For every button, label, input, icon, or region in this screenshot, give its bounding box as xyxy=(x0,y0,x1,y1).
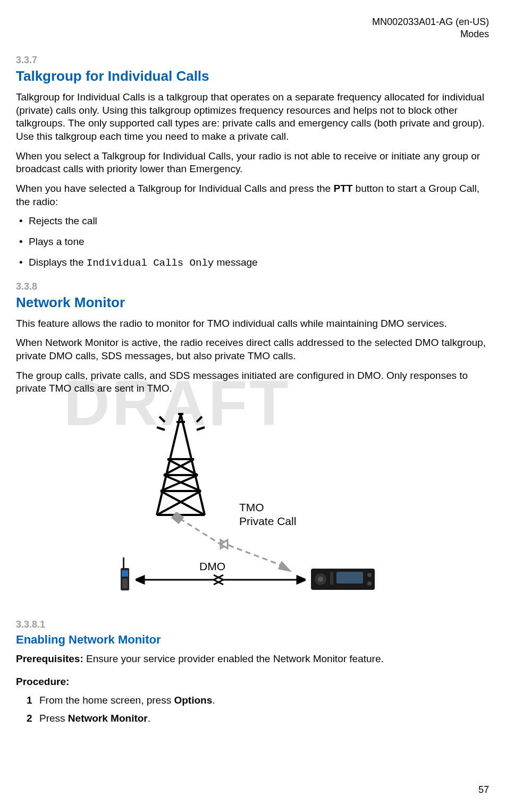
text-run: . xyxy=(212,695,215,706)
mobile-radio-icon xyxy=(311,565,375,591)
svg-line-3 xyxy=(197,427,205,430)
chapter-name: Modes xyxy=(16,28,489,40)
svg-point-21 xyxy=(367,581,372,586)
procedure-label: Procedure: xyxy=(16,675,489,689)
tmo-label-line2: Private Call xyxy=(239,514,296,528)
section-title-337: Talkgroup for Individual Calls xyxy=(16,67,489,86)
body-paragraph: When Network Monitor is active, the radi… xyxy=(16,336,489,362)
text-run: Press xyxy=(39,713,68,724)
svg-point-20 xyxy=(367,573,372,577)
prerequisites-text: Ensure your service provider enabled the… xyxy=(83,653,384,664)
svg-line-1 xyxy=(197,417,202,422)
body-paragraph: This feature allows the radio to monitor… xyxy=(16,317,489,331)
svg-rect-22 xyxy=(330,572,333,585)
svg-marker-5 xyxy=(172,512,183,523)
handheld-radio-icon xyxy=(117,557,131,592)
list-item: Displays the Individual Calls Only messa… xyxy=(18,256,489,270)
list-item: Plays a tone xyxy=(18,235,489,249)
text-run: Displays the xyxy=(29,257,87,268)
svg-line-4 xyxy=(180,519,221,544)
svg-rect-13 xyxy=(122,570,128,577)
tmo-label: TMO Private Call xyxy=(239,501,296,529)
tower-icon xyxy=(149,411,213,518)
svg-rect-17 xyxy=(336,572,363,583)
subsection-title-3381: Enabling Network Monitor xyxy=(16,632,489,648)
dmo-label: DMO xyxy=(199,559,225,573)
prerequisites-label: Prerequisites: xyxy=(16,653,83,664)
text-run: From the home screen, press xyxy=(39,695,174,706)
svg-line-6 xyxy=(229,545,282,565)
page-header: MN002033A01-AG (en-US) Modes xyxy=(16,16,489,41)
list-item: From the home screen, press Options. xyxy=(27,694,489,707)
svg-marker-9 xyxy=(136,576,144,583)
svg-line-0 xyxy=(159,417,165,422)
code-text: Individual Calls Only xyxy=(87,257,214,269)
body-paragraph: When you have selected a Talkgroup for I… xyxy=(16,182,489,208)
text-run: . xyxy=(148,713,150,724)
body-paragraph: The group calls, private calls, and SDS … xyxy=(16,369,489,395)
text-run: When you have selected a Talkgroup for I… xyxy=(16,183,333,194)
svg-rect-15 xyxy=(123,557,124,569)
list-item: Rejects the call xyxy=(18,215,489,228)
network-monitor-diagram: TMO Private Call DMO xyxy=(114,411,391,597)
text-run: message xyxy=(214,257,257,268)
ui-label: Network Monitor xyxy=(68,713,148,724)
svg-point-19 xyxy=(318,577,323,582)
page-number: 57 xyxy=(478,784,489,796)
section-number-337: 3.3.7 xyxy=(16,54,489,66)
ptt-label: PTT xyxy=(333,183,352,194)
dmo-solid-arrow-icon xyxy=(136,572,306,588)
tmo-label-line1: TMO xyxy=(239,501,296,514)
section-title-338: Network Monitor xyxy=(16,294,489,312)
svg-line-2 xyxy=(157,427,165,430)
diagram-container: TMO Private Call DMO xyxy=(16,411,489,597)
body-paragraph: When you select a Talkgroup for Individu… xyxy=(16,150,489,176)
doc-id: MN002033A01-AG (en-US) xyxy=(16,16,489,28)
ui-label: Options xyxy=(174,695,212,706)
bullet-list: Rejects the call Plays a tone Displays t… xyxy=(16,215,489,269)
svg-rect-14 xyxy=(122,579,128,588)
subsection-number-3381: 3.3.8.1 xyxy=(16,619,489,631)
procedure-list: From the home screen, press Options. Pre… xyxy=(16,694,489,725)
list-item: Press Network Monitor. xyxy=(27,712,489,725)
prerequisites: Prerequisites: Ensure your service provi… xyxy=(16,653,489,666)
svg-marker-11 xyxy=(297,576,306,583)
svg-marker-7 xyxy=(279,562,290,571)
body-paragraph: Talkgroup for Individual Calls is a talk… xyxy=(16,91,489,143)
section-number-338: 3.3.8 xyxy=(16,281,489,293)
